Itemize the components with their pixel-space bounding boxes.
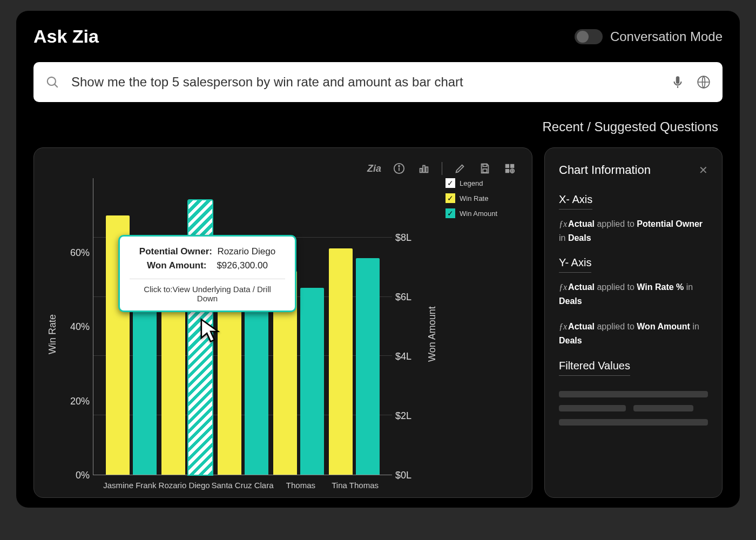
tooltip-owner-label: Potential Owner: bbox=[139, 246, 212, 256]
bar-win-rate[interactable] bbox=[329, 248, 353, 475]
y-right-tick: $8L bbox=[395, 232, 411, 244]
chart-panel: Zia Win Rate bbox=[33, 147, 532, 498]
filtered-values-title: Filtered Values bbox=[559, 360, 630, 376]
bar-group bbox=[215, 178, 271, 475]
chart-legend: ✓ Legend ✓ Win Rate ✓ Win Amount bbox=[440, 178, 521, 490]
y-axis-left-label: Win Rate bbox=[45, 178, 60, 490]
tooltip-hint: Click to:View Underlying Data / Drill Do… bbox=[133, 285, 282, 303]
bar-won-amount[interactable] bbox=[300, 288, 324, 475]
legend-header[interactable]: ✓ Legend bbox=[446, 178, 521, 188]
edit-icon[interactable] bbox=[453, 161, 467, 176]
x-tick: Santa Cruz Clara bbox=[211, 481, 273, 490]
x-tick: Thomas bbox=[274, 481, 328, 490]
y-left-tick: 0% bbox=[76, 470, 90, 481]
tooltip-amount-value: $926,300.00 bbox=[217, 260, 268, 271]
toolbar-divider bbox=[442, 162, 442, 175]
bar-group bbox=[271, 178, 326, 475]
bar-won-amount[interactable] bbox=[356, 258, 380, 475]
y-axis-description-1: ƒxActual applied to Win Rate % in Deals bbox=[559, 280, 708, 308]
y-axis-section-title: Y- Axis bbox=[559, 256, 591, 273]
svg-rect-9 bbox=[483, 164, 487, 167]
svg-rect-13 bbox=[505, 169, 509, 173]
y-left-tick: 40% bbox=[70, 321, 90, 333]
chart-toolbar: Zia bbox=[45, 159, 521, 178]
x-axis-description: ƒxActual applied to Potential Owner in D… bbox=[559, 217, 708, 245]
svg-rect-10 bbox=[483, 169, 487, 172]
svg-rect-11 bbox=[505, 164, 509, 168]
chart-tooltip[interactable]: Potential Owner: Rozario Diego Won Amoun… bbox=[118, 235, 296, 312]
x-axis-ticks: Jasmine FrankRozario DiegoSanta Cruz Cla… bbox=[60, 475, 424, 490]
legend-header-label: Legend bbox=[460, 179, 483, 187]
plot-area[interactable]: Potential Owner: Rozario Diego Won Amoun… bbox=[93, 178, 392, 475]
svg-point-0 bbox=[48, 77, 56, 85]
x-tick: Jasmine Frank bbox=[103, 481, 157, 490]
dashboard-add-icon[interactable] bbox=[503, 161, 517, 176]
y-axis-left-ticks: 0%20%40%60% bbox=[60, 178, 93, 475]
bar-group bbox=[103, 178, 159, 475]
svg-line-1 bbox=[55, 84, 58, 87]
x-tick: Rozario Diego bbox=[157, 481, 212, 490]
legend-item-win-rate[interactable]: ✓ Win Rate bbox=[446, 193, 521, 203]
conversation-mode-toggle[interactable] bbox=[575, 29, 603, 44]
bars-layer bbox=[93, 178, 392, 475]
y-axis-description-2: ƒxActual applied to Won Amount in Deals bbox=[559, 320, 708, 347]
save-icon[interactable] bbox=[478, 161, 492, 176]
x-tick: Tina Thomas bbox=[328, 481, 382, 490]
zia-icon[interactable]: Zia bbox=[367, 161, 381, 176]
svg-rect-12 bbox=[510, 164, 514, 168]
y-left-tick: 20% bbox=[70, 395, 90, 407]
chart-information-panel: Chart Information ✕ X- Axis ƒxActual app… bbox=[544, 147, 723, 498]
legend-item-win-amount[interactable]: ✓ Win Amount bbox=[446, 208, 521, 218]
app-title: Ask Zia bbox=[33, 26, 99, 47]
y-right-tick: $4L bbox=[395, 351, 411, 362]
y-right-tick: $0L bbox=[395, 470, 411, 481]
search-icon bbox=[45, 75, 59, 89]
y-right-tick: $2L bbox=[395, 410, 411, 422]
recent-suggested-header: Recent / Suggested Questions bbox=[29, 102, 727, 147]
close-icon[interactable]: ✕ bbox=[699, 164, 708, 177]
y-axis-right-ticks: $0L$2L$4L$6L$8L bbox=[392, 178, 424, 475]
cursor-icon bbox=[199, 318, 222, 343]
chart-info-title: Chart Information bbox=[559, 163, 651, 177]
tooltip-amount-label: Won Amount: bbox=[147, 260, 206, 271]
tooltip-owner-value: Rozario Diego bbox=[217, 246, 275, 256]
x-axis-section-title: X- Axis bbox=[559, 193, 592, 210]
svg-point-5 bbox=[399, 166, 400, 167]
chart-type-icon[interactable] bbox=[417, 161, 431, 176]
legend-winrate-label: Win Rate bbox=[460, 194, 488, 202]
legend-winamount-label: Win Amount bbox=[460, 210, 497, 218]
chart-body: Win Rate 0%20%40%60% Potential Owner: Ro… bbox=[45, 178, 521, 490]
globe-icon[interactable] bbox=[697, 75, 711, 89]
toggle-knob bbox=[577, 31, 589, 43]
conversation-mode-label: Conversation Mode bbox=[610, 29, 723, 44]
info-icon[interactable] bbox=[392, 161, 406, 176]
y-right-tick: $6L bbox=[395, 292, 411, 303]
svg-rect-8 bbox=[426, 167, 428, 172]
content: Zia Win Rate bbox=[29, 147, 727, 498]
header: Ask Zia Conversation Mode bbox=[29, 24, 727, 58]
y-left-tick: 60% bbox=[70, 247, 90, 258]
svg-rect-6 bbox=[420, 168, 422, 172]
bar-group bbox=[327, 178, 382, 475]
svg-rect-7 bbox=[423, 166, 425, 173]
y-axis-right-label: Won Amount bbox=[424, 178, 440, 490]
filtered-values-placeholder bbox=[559, 391, 708, 426]
conversation-mode-control: Conversation Mode bbox=[575, 29, 723, 44]
search-input[interactable] bbox=[71, 75, 659, 90]
ask-zia-window: Ask Zia Conversation Mode Recent / Sugge… bbox=[16, 11, 740, 508]
microphone-icon[interactable] bbox=[671, 75, 685, 89]
search-bar bbox=[33, 62, 723, 102]
